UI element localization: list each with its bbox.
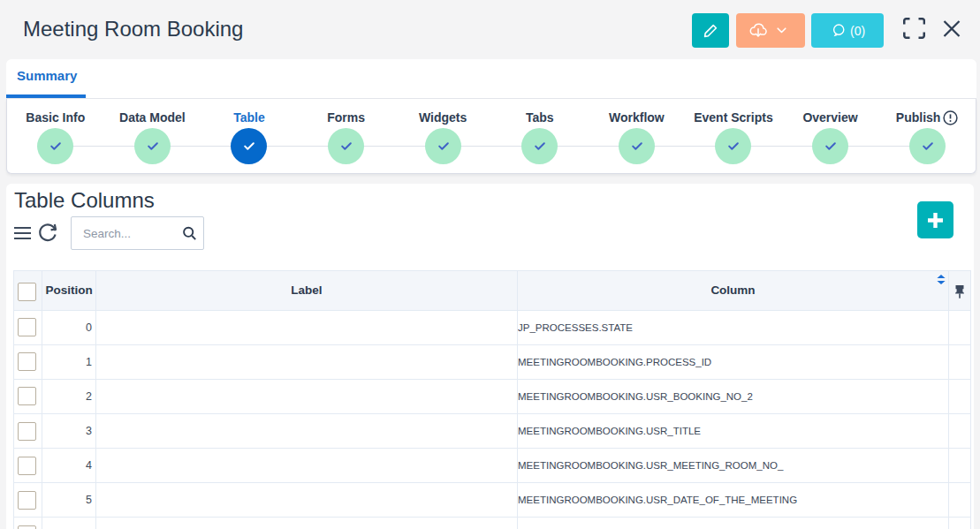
select-all-checkbox[interactable] (18, 283, 36, 301)
cell-pin (949, 344, 971, 379)
columns-table: Position Label Column (13, 270, 971, 529)
step-label: Tabs (526, 111, 554, 125)
step-widgets: Widgets (394, 99, 491, 173)
step-label: Basic Info (26, 111, 85, 125)
check-icon (825, 142, 836, 150)
check-icon (632, 142, 642, 150)
step-circle[interactable] (328, 128, 364, 164)
cell-pin (949, 483, 971, 518)
step-circle[interactable] (425, 128, 461, 164)
tab-summary[interactable]: Summary (17, 68, 77, 83)
plus-icon (927, 212, 944, 229)
step-circle[interactable] (715, 128, 751, 164)
step-circle[interactable] (134, 128, 171, 164)
chevron-down-icon (777, 27, 786, 34)
comments-count: (0) (850, 24, 865, 38)
cell-label (96, 310, 518, 344)
cell-column: MEETINGROOMBOOKING.USR_MEETING_ROOM_NO_ (518, 449, 949, 483)
table-row: 1MEETINGROOMBOOKING.PROCESS_ID (14, 344, 971, 379)
step-label: Overview (802, 111, 857, 125)
cell-label (96, 483, 518, 518)
cell-checkbox (14, 310, 42, 344)
step-label: Widgets (419, 111, 467, 125)
step-circle[interactable] (37, 128, 73, 164)
cell-column: MEETINGROOMBOOKING.USR_BOOKING_NO_2 (518, 379, 949, 413)
step-data-model: Data Model (104, 99, 201, 173)
row-checkbox[interactable] (18, 352, 36, 371)
step-label: Data Model (119, 111, 186, 125)
step-workflow: Workflow (589, 99, 686, 173)
cloud-download-icon (749, 23, 767, 38)
comments-button[interactable]: (0) (811, 13, 884, 48)
step-circle[interactable] (231, 128, 267, 164)
step-label: Forms (327, 111, 365, 125)
pencil-icon (703, 23, 718, 39)
step-circle[interactable] (619, 128, 655, 164)
row-checkbox[interactable] (18, 525, 36, 529)
cell-column: JP_PROCESSES.STATE (518, 310, 949, 344)
menu-button[interactable] (14, 226, 31, 240)
table-body: 0JP_PROCESSES.STATE1MEETINGROOMBOOKING.P… (14, 310, 971, 529)
add-column-button[interactable] (917, 201, 953, 238)
window-titlebar: Meeting Room Booking (0) (0, 0, 980, 58)
deploy-button[interactable] (736, 13, 805, 48)
step-circle[interactable] (812, 128, 848, 164)
step-circle[interactable] (909, 128, 946, 164)
check-icon (535, 142, 545, 150)
cell-column: MEETINGROOMBOOKING.USR_TITLE (518, 414, 949, 449)
cell-position (42, 518, 96, 529)
cell-pin (949, 310, 971, 344)
cell-position: 3 (42, 414, 96, 449)
step-overview: Overview (782, 99, 879, 173)
active-tab-underline (6, 94, 86, 98)
row-checkbox[interactable] (18, 457, 36, 475)
check-icon (923, 142, 933, 150)
search-icon (182, 226, 197, 241)
cell-position: 5 (42, 483, 96, 518)
cell-checkbox (14, 344, 42, 379)
app-builder-window: { "window": { "title": "Meeting Room Boo… (0, 0, 980, 529)
edit-button[interactable] (692, 13, 729, 48)
header-cell-position[interactable]: Position (42, 271, 96, 311)
check-icon (341, 142, 352, 150)
cell-pin (949, 518, 971, 529)
cell-pin (949, 379, 971, 413)
close-button[interactable] (943, 20, 961, 37)
close-icon (943, 20, 961, 37)
step-publish: Publish (878, 99, 976, 173)
step-circle[interactable] (521, 128, 558, 164)
step-label: Table (233, 111, 265, 125)
table-row: 2MEETINGROOMBOOKING.USR_BOOKING_NO_2 (14, 379, 971, 413)
table-row: 5MEETINGROOMBOOKING.USR_DATE_OF_THE_MEET… (14, 483, 971, 518)
cell-position: 4 (42, 449, 96, 483)
header-cell-label[interactable]: Label (96, 271, 518, 311)
check-icon (50, 142, 61, 150)
step-label: Event Scripts (694, 111, 772, 125)
cell-checkbox (14, 449, 42, 483)
step-forms: Forms (298, 99, 395, 173)
refresh-button[interactable] (38, 223, 57, 242)
search-input[interactable] (83, 217, 180, 249)
cell-checkbox (14, 518, 42, 529)
header-cell-column[interactable]: Column (518, 271, 949, 311)
cell-checkbox (14, 414, 42, 449)
check-icon (438, 142, 449, 150)
check-icon (148, 142, 158, 150)
cell-label (96, 414, 518, 449)
cell-pin (949, 414, 971, 449)
row-checkbox[interactable] (18, 387, 36, 405)
cell-checkbox (14, 379, 42, 413)
cell-position: 1 (42, 344, 96, 379)
row-checkbox[interactable] (18, 318, 36, 336)
cell-pin (949, 449, 971, 483)
table-row: 0JP_PROCESSES.STATE (14, 310, 971, 344)
page-title: Meeting Room Booking (23, 17, 243, 42)
sort-icon[interactable] (937, 275, 946, 284)
step-label: Publish (896, 111, 959, 125)
row-checkbox[interactable] (18, 491, 36, 510)
hamburger-icon (14, 226, 31, 240)
fullscreen-button[interactable] (903, 18, 925, 39)
row-checkbox[interactable] (18, 422, 36, 441)
header-cell-pin[interactable] (949, 271, 971, 311)
pin-icon[interactable] (949, 282, 970, 299)
